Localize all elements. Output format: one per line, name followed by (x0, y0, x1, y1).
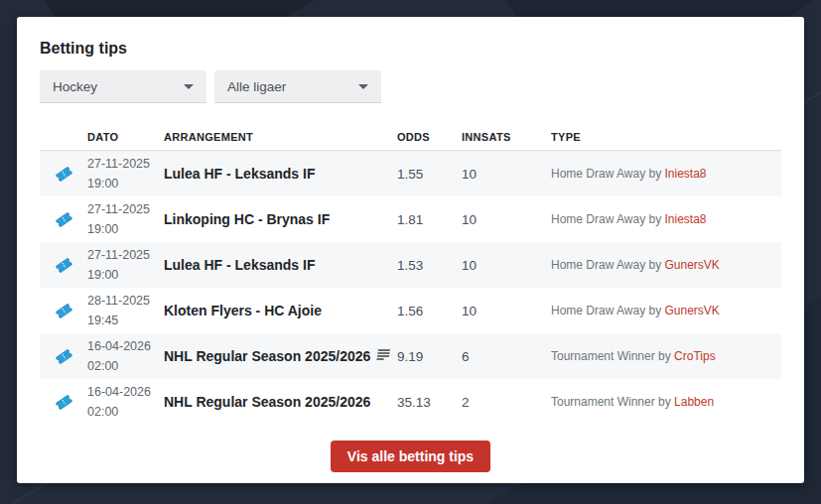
time-value: 19:00 (87, 265, 164, 285)
sport-select[interactable]: Hockey (40, 70, 206, 103)
time-value: 02:00 (87, 402, 164, 422)
event-date: 27-11-202519:00 (87, 154, 164, 193)
event-odds: 1.56 (397, 304, 462, 318)
betting-tips-table: DATO ARRANGEMENT ODDS INNSATS TYPE 27-11… (40, 124, 781, 425)
event-innsats: 2 (462, 395, 551, 410)
time-value: 19:45 (87, 311, 164, 330)
event-type: Home Draw Away by GunersVK (551, 304, 781, 317)
event-type: Tournament Winner by Labben (551, 395, 781, 409)
tipster-link[interactable]: Labben (674, 395, 714, 409)
event-date: 27-11-202519:00 (87, 245, 164, 285)
event-odds: 1.55 (397, 167, 462, 182)
table-row: 28-11-202519:45 Kloten Flyers - HC Ajoie… (40, 288, 781, 333)
type-label: Home Draw Away by (551, 304, 661, 317)
type-label: Tournament Winner by (551, 349, 671, 363)
event-innsats: 10 (462, 212, 551, 227)
table-row: 27-11-202519:00 Lulea HF - Leksands IF 1… (40, 151, 781, 196)
header-dato: DATO (87, 131, 164, 143)
caret-down-icon (184, 84, 194, 89)
header-type: TYPE (551, 131, 781, 143)
event-arrangement: Kloten Flyers - HC Ajoie (164, 303, 397, 318)
date-value: 16-04-2026 (87, 336, 164, 356)
tipster-link[interactable]: CroTips (674, 349, 716, 363)
date-value: 28-11-2025 (87, 291, 164, 311)
event-arrangement: Lulea HF - Leksands IF (164, 166, 397, 182)
table-row: 27-11-202519:00 Linkoping HC - Brynas IF… (40, 196, 781, 242)
table-row: 16-04-202602:00 NHL Regular Season 2025/… (40, 333, 781, 379)
page-title: Betting tips (40, 40, 781, 58)
time-value: 19:00 (87, 174, 164, 193)
event-type: Tournament Winner by CroTips (551, 349, 781, 363)
event-innsats: 10 (462, 304, 551, 318)
filter-bar: Hockey Alle ligaer (40, 70, 781, 103)
event-date: 16-04-202602:00 (87, 336, 164, 376)
event-arrangement: Linkoping HC - Brynas IF (164, 211, 397, 227)
ticket-icon[interactable] (40, 164, 87, 185)
ticket-icon[interactable] (40, 346, 87, 367)
type-label: Home Draw Away by (551, 258, 661, 272)
note-lines-icon[interactable] (375, 348, 391, 364)
event-arrangement: NHL Regular Season 2025/2026 (164, 348, 397, 364)
type-label: Tournament Winner by (551, 395, 671, 409)
header-innsats: INNSATS (462, 131, 551, 143)
ticket-icon[interactable] (40, 392, 87, 413)
event-type: Home Draw Away by Iniesta8 (551, 167, 781, 181)
ticket-icon[interactable] (40, 209, 87, 230)
card-footer: Vis alle betting tips (40, 441, 781, 472)
header-arrangement: ARRANGEMENT (164, 131, 397, 143)
tipster-link[interactable]: GunersVK (665, 304, 720, 317)
time-value: 19:00 (87, 219, 164, 239)
event-odds: 1.81 (397, 212, 462, 227)
table-row: 16-04-202602:00 NHL Regular Season 2025/… (40, 379, 781, 425)
date-value: 27-11-2025 (87, 245, 164, 265)
event-innsats: 10 (462, 167, 551, 182)
ticket-icon[interactable] (40, 255, 87, 276)
event-innsats: 10 (462, 258, 551, 273)
event-date: 16-04-202602:00 (87, 382, 164, 422)
event-date: 27-11-202519:00 (87, 199, 164, 239)
date-value: 27-11-2025 (87, 154, 164, 174)
tipster-link[interactable]: GunersVK (665, 258, 720, 272)
sport-select-value: Hockey (53, 79, 97, 94)
event-odds: 1.53 (397, 258, 462, 273)
date-value: 27-11-2025 (87, 199, 164, 219)
time-value: 02:00 (87, 356, 164, 376)
table-header-row: DATO ARRANGEMENT ODDS INNSATS TYPE (40, 124, 781, 151)
tipster-link[interactable]: Iniesta8 (665, 167, 707, 181)
tipster-link[interactable]: Iniesta8 (665, 212, 707, 226)
show-all-betting-tips-button[interactable]: Vis alle betting tips (331, 441, 490, 472)
type-label: Home Draw Away by (551, 212, 661, 226)
event-type: Home Draw Away by Iniesta8 (551, 212, 781, 226)
event-arrangement: NHL Regular Season 2025/2026 (164, 394, 397, 410)
event-arrangement: Lulea HF - Leksands IF (164, 257, 397, 273)
league-select-value: Alle ligaer (227, 79, 286, 94)
event-innsats: 6 (462, 349, 551, 364)
arrangement-label: NHL Regular Season 2025/2026 (164, 348, 370, 364)
header-odds: ODDS (397, 131, 462, 143)
event-odds: 35.13 (397, 395, 462, 410)
event-odds: 9.19 (397, 349, 462, 364)
table-row: 27-11-202519:00 Lulea HF - Leksands IF 1… (40, 242, 781, 288)
league-select[interactable]: Alle ligaer (214, 70, 381, 103)
date-value: 16-04-2026 (87, 382, 164, 402)
ticket-icon[interactable] (40, 301, 87, 321)
event-type: Home Draw Away by GunersVK (551, 258, 781, 272)
betting-tips-card: Betting tips Hockey Alle ligaer DATO ARR… (17, 17, 804, 483)
type-label: Home Draw Away by (551, 167, 661, 181)
event-date: 28-11-202519:45 (87, 291, 164, 330)
caret-down-icon (358, 84, 368, 89)
